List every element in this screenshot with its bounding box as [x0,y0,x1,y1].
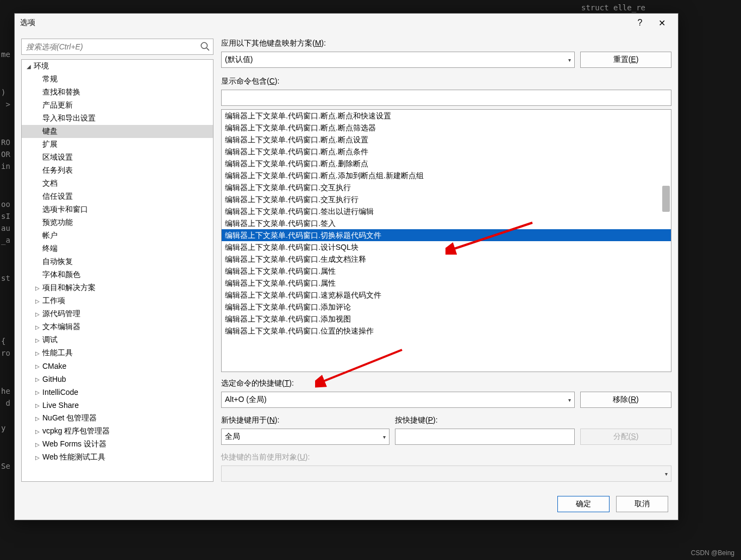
bg-line: in [1,162,10,171]
cancel-button[interactable]: 取消 [616,496,668,512]
bg-line: RO [1,138,10,147]
bg-line: ) [1,88,5,97]
bg-line: { [1,337,5,345]
bg-line: d [1,399,10,407]
tree-item[interactable]: 导入和导出设置 [22,112,213,125]
chevron-down-icon: ▾ [383,434,386,440]
tree-cat[interactable]: ▷GitHub [22,373,213,386]
tree-item[interactable]: 自动恢复 [22,255,213,268]
shortcut-combo[interactable]: Alt+O (全局)▾ [221,392,575,408]
tree-item[interactable]: 预览功能 [22,216,213,229]
tree-item[interactable]: 任务列表 [22,164,213,177]
command-item[interactable]: 编辑器上下文菜单.代码窗口.生成文档注释 [222,253,671,265]
chevron-down-icon: ▾ [665,471,668,477]
bg-line: _a [1,236,10,244]
tree-cat[interactable]: ▷文本编辑器 [22,320,213,334]
command-item[interactable]: 编辑器上下文菜单.代码窗口.断点.添加到断点组.新建断点组 [222,169,671,181]
bg-line: ro [1,349,10,357]
command-item[interactable]: 编辑器上下文菜单.代码窗口.断点.断点和快速设置 [222,110,671,122]
bg-line: OR [1,150,10,159]
command-item[interactable]: 编辑器上下文菜单.代码窗口.签入 [222,217,671,229]
command-item[interactable]: 编辑器上下文菜单.代码窗口.速览标题代码文件 [222,289,671,301]
curuse-label: 快捷键的当前使用对象(U): [221,452,671,462]
command-list[interactable]: 编辑器上下文菜单.代码窗口.断点.断点和快速设置编辑器上下文菜单.代码窗口.断点… [221,109,671,372]
remove-button[interactable]: 移除(R) [580,392,671,408]
bg-line: struct elle_re [581,3,645,12]
tree-cat[interactable]: ▷调试 [22,334,213,347]
ok-button[interactable]: 确定 [557,496,610,512]
tree-cat-environment[interactable]: ◢环境 [22,60,213,73]
command-item[interactable]: 编辑器上下文菜单.代码窗口.交互执行行 [222,193,671,205]
help-button[interactable]: ? [629,18,651,28]
reset-button[interactable]: 重置(E) [580,52,671,68]
press-label: 按快捷键(P): [395,416,575,425]
bg-line: st [1,274,10,282]
tree-item[interactable]: 产品更新 [22,99,213,112]
newfor-label: 新快捷键用于(N): [221,416,390,425]
command-item[interactable]: 编辑器上下文菜单.代码窗口.断点.断点筛选器 [222,122,671,134]
command-item[interactable]: 编辑器上下文菜单.代码窗口.断点.断点条件 [222,146,671,158]
search-icon[interactable] [200,41,210,53]
command-item[interactable]: 编辑器上下文菜单.代码窗口.切换标题代码文件 [222,229,671,241]
bg-line: > [1,100,10,109]
command-item[interactable]: 编辑器上下文菜单.代码窗口.交互执行 [222,181,671,193]
tree-cat[interactable]: ▷工作项 [22,294,213,307]
tree-label: 环境 [34,61,49,71]
newfor-combo[interactable]: 全局▾ [221,429,390,445]
tree-item[interactable]: 扩展 [22,138,213,151]
titlebar: 选项 ? ✕ [15,14,678,32]
tree-item[interactable]: 终端 [22,242,213,255]
bg-line: au [1,224,10,232]
tree-cat[interactable]: ▷IntelliCode [22,386,213,399]
svg-line-1 [206,48,209,51]
command-item[interactable]: 编辑器上下文菜单.代码窗口.位置的快速操作 [222,325,671,337]
tree-cat[interactable]: ▷Web Forms 设计器 [22,438,213,451]
curuse-combo: ▾ [221,465,671,482]
tree-item[interactable]: 帐户 [22,229,213,242]
tree-cat[interactable]: ▷Web 性能测试工具 [22,451,213,464]
tree-cat[interactable]: ▷CMake [22,360,213,373]
contain-label: 显示命令包含(C): [221,77,671,86]
tree-cat[interactable]: ▷vcpkg 程序包管理器 [22,425,213,438]
tree-item[interactable]: 区域设置 [22,151,213,164]
press-input[interactable] [395,429,575,445]
options-dialog: 选项 ? ✕ ◢环境 常规 查找和替换 产品更新 导入和导出设置 键盘 扩展 区… [14,13,679,520]
options-tree[interactable]: ◢环境 常规 查找和替换 产品更新 导入和导出设置 键盘 扩展 区域设置 任务列… [21,59,213,482]
chevron-down-icon: ▾ [568,397,571,403]
scrollbar-thumb[interactable] [662,186,670,212]
command-item[interactable]: 编辑器上下文菜单.代码窗口.断点.删除断点 [222,158,671,169]
search-wrapper [21,39,213,55]
bg-line: he [1,387,10,395]
tree-item[interactable]: 文档 [22,177,213,190]
tree-cat[interactable]: ▷项目和解决方案 [22,281,213,294]
tree-item[interactable]: 字体和颜色 [22,268,213,281]
bg-line: oo [1,200,10,209]
shortcut-label: 选定命令的快捷键(T): [221,379,671,388]
tree-cat[interactable]: ▷Live Share [22,399,213,412]
tree-cat[interactable]: ▷NuGet 包管理器 [22,412,213,425]
apply-scheme-label: 应用以下其他键盘映射方案(M): [221,39,671,48]
tree-item[interactable]: 信任设置 [22,190,213,203]
command-item[interactable]: 编辑器上下文菜单.代码窗口.断点.断点设置 [222,134,671,146]
command-item[interactable]: 编辑器上下文菜单.代码窗口.签出以进行编辑 [222,205,671,217]
command-item[interactable]: 编辑器上下文菜单.代码窗口.属性 [222,265,671,277]
bg-line: y [1,424,10,432]
tree-item[interactable]: 查找和替换 [22,86,213,99]
scheme-combo[interactable]: (默认值)▾ [221,52,575,68]
search-input[interactable] [22,39,213,54]
command-item[interactable]: 编辑器上下文菜单.代码窗口.属性 [222,277,671,289]
close-button[interactable]: ✕ [651,18,673,28]
tree-item-keyboard[interactable]: 键盘 [22,125,213,138]
bg-line: me [1,50,10,59]
tree-item[interactable]: 选项卡和窗口 [22,203,213,216]
dialog-title: 选项 [20,18,35,28]
contain-input[interactable] [221,90,671,106]
command-item[interactable]: 编辑器上下文菜单.代码窗口.添加评论 [222,301,671,313]
tree-cat[interactable]: ▷性能工具 [22,347,213,360]
tree-item[interactable]: 常规 [22,73,213,86]
svg-point-0 [201,42,207,48]
tree-cat[interactable]: ▷源代码管理 [22,307,213,320]
bg-line: sI [1,212,10,221]
command-item[interactable]: 编辑器上下文菜单.代码窗口.添加视图 [222,313,671,325]
command-item[interactable]: 编辑器上下文菜单.代码窗口.设计SQL块 [222,241,671,253]
